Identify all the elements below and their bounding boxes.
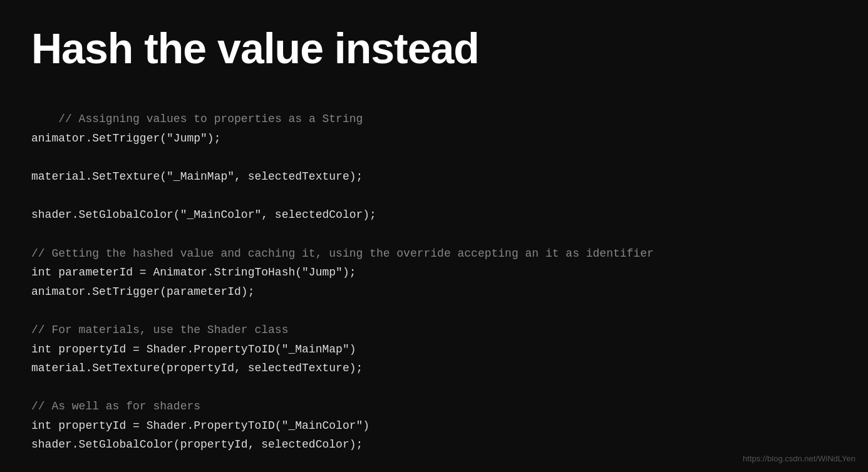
comment-3: // For materials, use the Shader class: [31, 324, 288, 336]
comment-2: // Getting the hashed value and caching …: [31, 247, 654, 260]
code-block: // Assigning values to properties as a S…: [31, 91, 837, 472]
code-line-4: int parameterId = Animator.StringToHash(…: [31, 266, 356, 279]
code-line-9: shader.SetGlobalColor(propertyId, select…: [31, 438, 363, 451]
code-line-5: animator.SetTrigger(parameterId);: [31, 285, 254, 298]
url-watermark: https://blog.csdn.net/WiNdLYen: [743, 454, 855, 463]
code-line-3: shader.SetGlobalColor("_MainColor", sele…: [31, 208, 376, 221]
comment-1: // Assigning values to properties as a S…: [58, 113, 363, 125]
code-line-8: int propertyId = Shader.PropertyToID("_M…: [31, 419, 369, 432]
slide-container: Hash the value instead // Assigning valu…: [0, 0, 868, 472]
comment-4: // As well as for shaders: [31, 400, 200, 413]
code-line-2: material.SetTexture("_MainMap", selected…: [31, 170, 363, 183]
code-line-7: material.SetTexture(propertyId, selected…: [31, 362, 363, 374]
slide-title: Hash the value instead: [31, 25, 837, 72]
code-line-1: animator.SetTrigger("Jump");: [31, 132, 220, 145]
code-line-6: int propertyId = Shader.PropertyToID("_M…: [31, 343, 356, 356]
